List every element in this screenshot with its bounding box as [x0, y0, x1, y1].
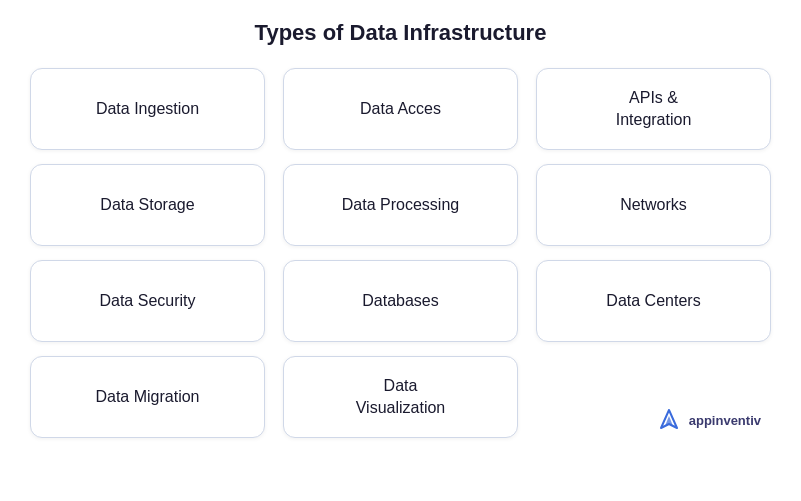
appinventiv-logo-icon [655, 406, 683, 434]
appinventiv-logo-text: appinventiv [689, 413, 761, 428]
card-label-data-ingestion: Data Ingestion [96, 98, 199, 120]
card-data-centers: Data Centers [536, 260, 771, 342]
page-container: Types of Data Infrastructure Data Ingest… [0, 0, 801, 501]
card-label-networks: Networks [620, 194, 687, 216]
card-data-acces: Data Acces [283, 68, 518, 150]
card-databases: Databases [283, 260, 518, 342]
card-label-data-storage: Data Storage [100, 194, 194, 216]
card-label-data-processing: Data Processing [342, 194, 459, 216]
card-data-processing: Data Processing [283, 164, 518, 246]
card-data-ingestion: Data Ingestion [30, 68, 265, 150]
logo-area: appinventiv [536, 406, 771, 434]
page-title: Types of Data Infrastructure [255, 20, 547, 46]
card-data-visualization: DataVisualization [283, 356, 518, 438]
card-label-data-acces: Data Acces [360, 98, 441, 120]
card-apis-integration: APIs &Integration [536, 68, 771, 150]
card-label-data-visualization: DataVisualization [356, 375, 446, 418]
grid-container: Data Ingestion Data Acces APIs &Integrat… [30, 68, 771, 438]
card-label-apis-integration: APIs &Integration [616, 87, 692, 130]
card-networks: Networks [536, 164, 771, 246]
card-label-data-centers: Data Centers [606, 290, 700, 312]
card-data-migration: Data Migration [30, 356, 265, 438]
logo-cell: appinventiv [536, 356, 771, 438]
card-data-storage: Data Storage [30, 164, 265, 246]
card-label-data-security: Data Security [99, 290, 195, 312]
card-data-security: Data Security [30, 260, 265, 342]
card-label-data-migration: Data Migration [95, 386, 199, 408]
card-label-databases: Databases [362, 290, 439, 312]
